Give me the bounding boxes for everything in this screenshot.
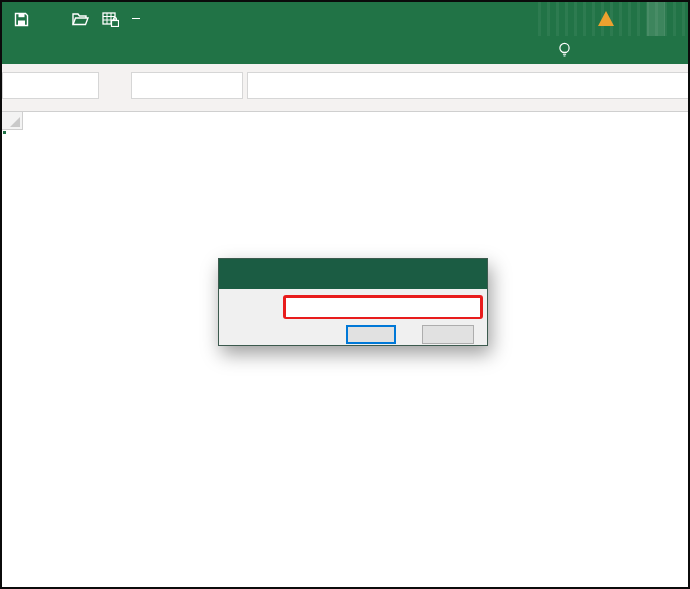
unprotect-sheet-dialog — [218, 258, 488, 346]
select-all-icon — [10, 117, 20, 127]
fill-handle[interactable] — [2, 130, 7, 135]
save-icon[interactable] — [14, 12, 29, 27]
formula-buttons — [131, 72, 243, 99]
password-input[interactable] — [286, 299, 480, 317]
open-folder-icon[interactable] — [72, 12, 89, 26]
excel-window — [0, 0, 690, 589]
title-bar — [2, 2, 688, 36]
name-box[interactable] — [2, 72, 99, 99]
column-headers — [2, 112, 688, 130]
worksheet-grid — [2, 112, 688, 589]
lightbulb-icon — [558, 42, 571, 59]
dialog-title-bar[interactable] — [219, 259, 487, 289]
password-field-highlight — [283, 295, 483, 319]
formula-bar-strip — [2, 64, 688, 112]
cancel-button[interactable] — [422, 325, 474, 344]
ribbon-tab-bar — [2, 36, 688, 64]
protect-sheet-icon[interactable] — [102, 12, 119, 27]
formula-input[interactable] — [247, 72, 690, 99]
select-all-corner[interactable] — [2, 112, 23, 130]
customize-quick-access-icon[interactable] — [132, 18, 140, 20]
ok-button[interactable] — [346, 325, 396, 344]
quick-access-toolbar — [14, 2, 140, 36]
dialog-body — [219, 289, 487, 347]
tell-me-search[interactable] — [558, 36, 690, 64]
warning-notification-icon[interactable] — [598, 11, 614, 26]
